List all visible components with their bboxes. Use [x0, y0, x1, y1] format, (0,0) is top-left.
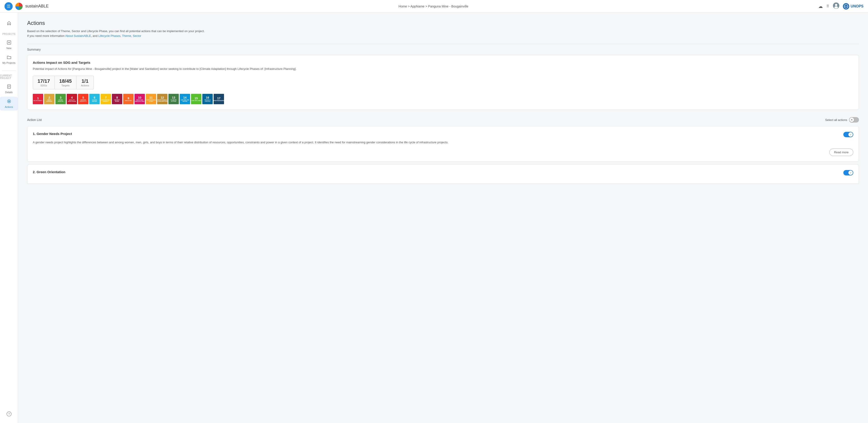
sdg-icon-2[interactable]: 2ZERO HUNGER	[44, 94, 55, 104]
stat-sdgs: 17/17 SDGs	[33, 76, 55, 89]
projects-section-label: PROJECTS	[2, 31, 16, 36]
desc-text-2: If you need more information	[27, 34, 65, 37]
action-card-1-body: A gender needs project highlights the di…	[33, 140, 853, 145]
action-card-1-title: 1. Gender Needs Project	[33, 132, 72, 135]
sdg-icon-3[interactable]: 3GOOD HEALTH	[55, 94, 66, 104]
home-icon	[7, 21, 11, 26]
grid-icon[interactable]: ⠿	[827, 4, 829, 8]
unops-logo: UNOPS	[843, 3, 864, 9]
action-2-toggle[interactable]: ✓	[843, 170, 853, 176]
svg-point-1	[835, 4, 837, 6]
stat-actions: 1/1 Actions	[76, 76, 94, 89]
app-name: sustainABLE	[25, 4, 49, 8]
actions-icon	[7, 99, 11, 105]
stat-actions-label: Actions	[81, 84, 89, 87]
breadcrumb: Home > AppName > Panguna Mine - Bougainv…	[399, 4, 468, 8]
svg-text:?: ?	[8, 412, 10, 416]
unops-label: UNOPS	[850, 4, 864, 8]
cloud-icon[interactable]: ☁	[818, 4, 823, 9]
sidebar-item-details[interactable]: Details	[0, 82, 18, 96]
summary-card-desc: Potential impact of Actions for [Panguna…	[33, 67, 853, 71]
sdg-icon-17[interactable]: 17PARTNERSHIPS	[214, 94, 224, 104]
myprojects-label: My Projects	[2, 61, 16, 64]
sdg-icon-7[interactable]: 7AFFORDABLE ENERGY	[101, 94, 111, 104]
action-2-toggle-knob: ✓	[848, 171, 853, 175]
select-all-wrapper: Select all actions ✕	[825, 117, 859, 123]
main-content: Actions Based on the selection of Theme,…	[18, 13, 868, 423]
action-card-1-header: 1. Gender Needs Project ✓	[33, 132, 853, 137]
toggle-off-icon: ✕	[850, 118, 853, 121]
details-label: Details	[5, 91, 13, 94]
sdg-icon-14[interactable]: 14LIFE BELOW WATER	[180, 94, 190, 104]
page-description: Based on the selection of Theme, Sector …	[27, 29, 859, 38]
stat-actions-number: 1/1	[81, 78, 89, 84]
sidebar: PROJECTS New My Projects CURRENT PROJECT	[0, 13, 18, 423]
details-icon	[7, 84, 11, 90]
stat-sdgs-number: 17/17	[37, 78, 50, 84]
sidebar-item-myprojects[interactable]: My Projects	[0, 53, 18, 66]
desc-text-1: Based on the selection of Theme, Sector …	[27, 29, 205, 33]
sdg-icons-row: 1NO POVERTY2ZERO HUNGER3GOOD HEALTH4QUAL…	[33, 94, 853, 104]
link-lifecycle[interactable]: Lifecycle Phases	[98, 34, 121, 37]
link-sector[interactable]: Sector	[133, 34, 141, 37]
new-label: New	[6, 47, 11, 50]
link-theme[interactable]: Theme	[122, 34, 131, 37]
sidebar-bottom: ?	[5, 410, 13, 419]
sdg-icon-15[interactable]: 15LIFE ON LAND	[191, 94, 202, 104]
action-list-header: Action List Select all actions ✕	[27, 117, 859, 123]
sidebar-divider	[2, 70, 16, 71]
select-all-text: Select all actions	[825, 118, 847, 122]
svg-point-14	[8, 100, 10, 102]
sdg-icon-9[interactable]: 9INDUSTRY	[123, 94, 133, 104]
new-icon	[7, 40, 11, 46]
sdg-icon-16[interactable]: 16PEACE & JUSTICE	[202, 94, 213, 104]
sidebar-item-home[interactable]	[0, 19, 18, 29]
action-card-1: 1. Gender Needs Project ✓ A gender needs…	[27, 126, 859, 162]
current-project-label: CURRENT PROJECT	[0, 72, 18, 80]
summary-card-title: Actions Impact on SDG and Targets	[33, 61, 853, 64]
sidebar-item-new[interactable]: New	[0, 38, 18, 52]
stat-targets: 18/45 Targets	[55, 76, 76, 89]
sdg-icon-11[interactable]: 11SUSTAINABLE CITIES	[146, 94, 156, 104]
hamburger-icon: ☰	[7, 4, 10, 9]
sdg-icon-8[interactable]: 8DECENT WORK	[112, 94, 122, 104]
action-1-check-icon: ✓	[850, 133, 852, 136]
action-card-2-header: 2. Green Orientation ✓	[33, 170, 853, 176]
folder-icon	[7, 55, 11, 61]
stats-row: 17/17 SDGs 18/45 Targets 1/1 Actions	[33, 76, 853, 89]
summary-card: Actions Impact on SDG and Targets Potent…	[27, 55, 859, 110]
action-2-check-icon: ✓	[850, 171, 852, 174]
sdg-icon-13[interactable]: 13CLIMATE ACTION	[168, 94, 179, 104]
sidebar-item-actions[interactable]: Actions	[0, 97, 18, 111]
action-list-title: Action List	[27, 118, 42, 122]
action-1-toggle-knob: ✓	[848, 132, 853, 137]
action-card-1-footer: Read more	[33, 149, 853, 156]
main-header: ☰ sustainABLE Home > AppName > Panguna M…	[0, 0, 868, 13]
select-all-toggle[interactable]: ✕	[849, 117, 859, 123]
sdg-icon-5[interactable]: 5GENDER EQUALITY	[78, 94, 88, 104]
actions-label: Actions	[5, 105, 13, 108]
app-logo	[16, 3, 23, 10]
sdg-icon-4[interactable]: 4QUALITY EDUCATION	[67, 94, 77, 104]
page-title: Actions	[27, 20, 859, 26]
help-icon[interactable]: ?	[5, 410, 13, 419]
section-divider-1	[27, 44, 859, 44]
desc-and: , and	[91, 34, 98, 37]
svg-point-2	[834, 6, 838, 8]
menu-button[interactable]: ☰	[4, 2, 13, 10]
action-card-2: 2. Green Orientation ✓	[27, 164, 859, 184]
link-about[interactable]: About SustainABLE	[65, 34, 91, 37]
read-more-button-1[interactable]: Read more	[829, 149, 853, 156]
stat-targets-label: Targets	[59, 84, 72, 87]
toggle-knob: ✕	[849, 118, 854, 122]
user-avatar[interactable]	[833, 2, 839, 10]
action-card-2-title: 2. Green Orientation	[33, 170, 65, 174]
action-1-toggle[interactable]: ✓	[843, 132, 853, 137]
sdg-icon-12[interactable]: 12RESPONSIBLE CONSUMPTION	[157, 94, 167, 104]
sdg-icon-6[interactable]: 6CLEAN WATER	[89, 94, 100, 104]
stat-sdgs-label: SDGs	[37, 84, 50, 87]
desc-comma: ,	[121, 34, 122, 37]
sdg-icon-10[interactable]: 10REDUCED INEQUALITIES	[134, 94, 145, 104]
unops-globe-icon	[843, 3, 849, 9]
sdg-icon-1[interactable]: 1NO POVERTY	[33, 94, 43, 104]
